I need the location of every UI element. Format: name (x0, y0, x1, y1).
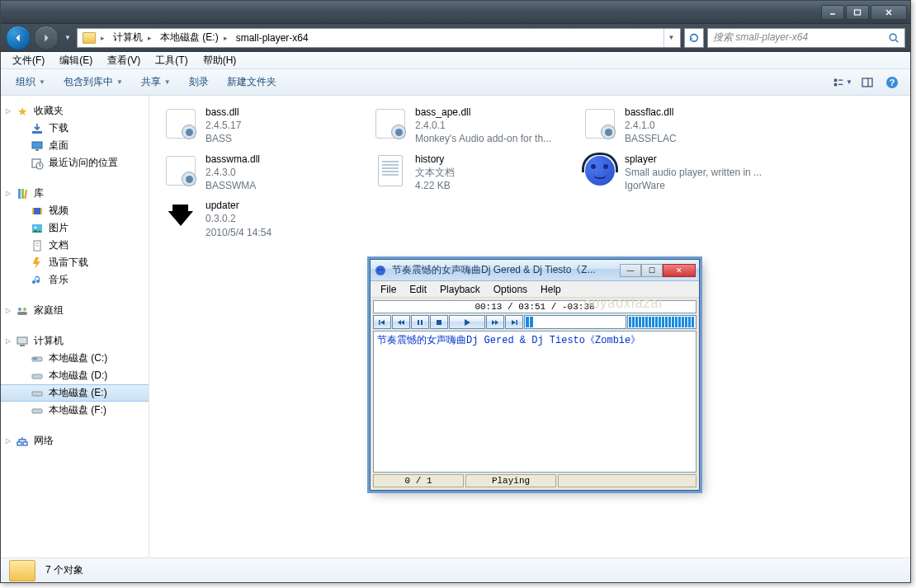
player-menu-help[interactable]: Help (534, 282, 568, 297)
window-maximize-button[interactable] (846, 5, 869, 20)
player-maximize-button[interactable]: ☐ (641, 264, 663, 277)
file-name: updater (205, 199, 271, 212)
nav-pictures[interactable]: 图片 (1, 219, 149, 237)
svg-rect-37 (32, 374, 42, 379)
nav-drive-e[interactable]: 本地磁盘 (E:) (1, 384, 149, 402)
burn-button[interactable]: 刻录 (182, 73, 215, 92)
breadcrumb-current[interactable]: small-player-x64 (233, 29, 312, 47)
nav-xunlei[interactable]: 迅雷下载 (1, 254, 149, 271)
file-item[interactable]: updater0.3.0.22010/5/4 14:54 (161, 197, 359, 241)
history-dropdown[interactable]: ▼ (62, 28, 73, 48)
new-folder-button[interactable]: 新建文件夹 (220, 73, 283, 92)
help-button[interactable]: ? (882, 73, 902, 92)
rewind-button[interactable] (392, 315, 410, 329)
file-item[interactable]: splayerSmall audio player, written in ..… (580, 151, 778, 195)
menu-file[interactable]: 文件(F) (6, 52, 51, 69)
window-close-button[interactable] (871, 5, 907, 20)
file-name: bassflac.dll (625, 106, 677, 119)
address-bar[interactable]: ▸ 计算机▸ 本地磁盘 (E:)▸ small-player-x64 ▼ (77, 28, 681, 48)
nav-recent[interactable]: 最近访问的位置 (1, 154, 149, 172)
file-meta-2: Monkey's Audio add-on for th... (415, 132, 551, 145)
svg-rect-23 (32, 208, 34, 214)
player-menu-edit[interactable]: Edit (403, 282, 433, 297)
recent-icon (31, 157, 44, 170)
player-menu-playback[interactable]: Playback (433, 282, 487, 297)
file-item[interactable]: basswma.dll2.4.3.0BASSWMA (161, 151, 359, 195)
nav-homegroup-header[interactable]: 家庭组 (1, 302, 149, 319)
menu-help[interactable]: 帮助(H) (196, 52, 243, 69)
menu-edit[interactable]: 编辑(E) (53, 52, 99, 69)
nav-videos[interactable]: 视频 (1, 202, 149, 219)
svg-rect-45 (379, 320, 380, 325)
svg-point-26 (35, 226, 37, 228)
preview-pane-button[interactable] (857, 73, 877, 92)
nav-computer-header[interactable]: 计算机 (1, 332, 149, 350)
file-meta-1: 文本文档 (415, 166, 455, 179)
nav-drive-f[interactable]: 本地磁盘 (F:) (1, 402, 149, 419)
file-meta-1: 2.4.0.1 (415, 119, 551, 132)
nav-drive-c[interactable]: 本地磁盘 (C:) (1, 350, 149, 367)
svg-point-43 (378, 269, 380, 270)
picture-icon (31, 222, 44, 235)
organize-button[interactable]: 组织▼ (9, 73, 52, 92)
svg-rect-32 (17, 312, 27, 315)
playlist-item[interactable]: 节奏震憾的女声嗨曲Dj Gered & Dj Tiesto《Zombie》 (377, 333, 692, 347)
volume-bar[interactable] (627, 315, 696, 329)
nav-libraries-header[interactable]: 库 (1, 185, 149, 202)
share-button[interactable]: 共享▼ (135, 73, 177, 92)
breadcrumb-drive-e[interactable]: 本地磁盘 (E:)▸ (157, 29, 233, 47)
svg-rect-1 (855, 10, 861, 15)
pause-button[interactable] (411, 315, 429, 329)
play-button[interactable] (449, 315, 485, 329)
status-object-count: 7 个对象 (45, 563, 83, 577)
address-dropdown[interactable]: ▼ (663, 29, 678, 47)
file-meta-2: BASSWMA (205, 179, 260, 192)
window-minimize-button[interactable] (821, 5, 844, 20)
svg-rect-36 (33, 358, 37, 360)
change-view-button[interactable]: ▼ (833, 73, 852, 92)
search-input[interactable]: 搜索 small-player-x64 (707, 28, 905, 48)
drive-icon (31, 387, 44, 400)
menu-view[interactable]: 查看(V) (101, 52, 147, 69)
file-item[interactable]: bass.dll2.4.5.17BASS (161, 104, 359, 148)
homegroup-icon (16, 304, 29, 318)
player-minimize-button[interactable]: — (620, 264, 641, 277)
file-item[interactable]: bassflac.dll2.4.1.0BASSFLAC (580, 104, 778, 148)
svg-line-5 (895, 40, 898, 42)
nav-favorites-header[interactable]: ★收藏夹 (1, 102, 149, 120)
folder-icon (83, 32, 96, 44)
player-menu-options[interactable]: Options (487, 282, 534, 297)
nav-documents[interactable]: 文档 (1, 237, 149, 254)
back-button[interactable] (6, 26, 31, 50)
window-titlebar (1, 1, 910, 24)
include-in-library-button[interactable]: 包含到库中▼ (57, 73, 130, 92)
player-titlebar[interactable]: 节奏震憾的女声嗨曲Dj Gered & Dj Tiesto《Z... — ☐ ✕ (371, 260, 699, 281)
dll-icon (375, 109, 405, 139)
menu-tools[interactable]: 工具(T) (149, 52, 194, 69)
file-item[interactable]: history文本文档4.22 KB (371, 151, 569, 195)
forward-button[interactable] (486, 315, 504, 329)
prev-track-button[interactable] (373, 315, 391, 329)
player-close-button[interactable]: ✕ (663, 264, 696, 277)
nav-drive-d[interactable]: 本地磁盘 (D:) (1, 367, 149, 384)
file-item[interactable]: bass_ape.dll2.4.0.1Monkey's Audio add-on… (371, 104, 569, 148)
svg-rect-48 (437, 320, 441, 325)
file-meta-2: BASSFLAC (625, 132, 677, 145)
breadcrumb-computer[interactable]: 计算机▸ (110, 29, 157, 47)
stop-button[interactable] (430, 315, 448, 329)
svg-rect-19 (18, 189, 21, 199)
next-track-button[interactable] (505, 315, 523, 329)
nav-downloads[interactable]: 下载 (1, 120, 149, 137)
breadcrumb-root[interactable]: ▸ (79, 29, 110, 47)
status-bar: 7 个对象 (1, 557, 910, 582)
forward-button[interactable] (34, 26, 59, 50)
refresh-button[interactable] (684, 28, 704, 48)
search-placeholder: 搜索 small-player-x64 (713, 31, 888, 45)
svg-rect-7 (834, 82, 838, 86)
playlist[interactable]: 节奏震憾的女声嗨曲Dj Gered & Dj Tiesto《Zombie》 (373, 331, 696, 473)
svg-rect-24 (40, 208, 42, 214)
seek-bar[interactable] (524, 315, 626, 329)
nav-music[interactable]: 音乐 (1, 271, 149, 289)
player-menu-file[interactable]: File (374, 282, 403, 297)
nav-network-header[interactable]: 网络 (1, 432, 149, 449)
